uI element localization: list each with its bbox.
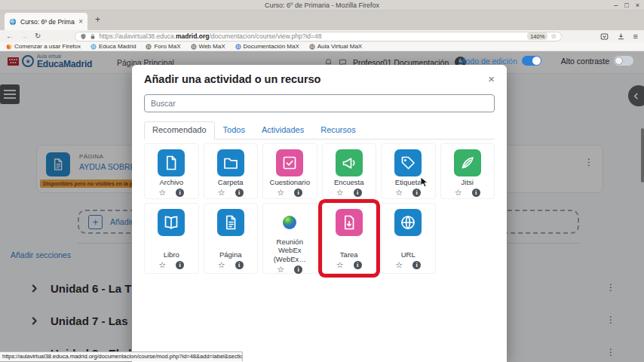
folder-icon [217, 149, 244, 176]
info-icon[interactable]: i [235, 261, 244, 269]
info-icon[interactable]: i [176, 261, 184, 269]
page-icon [217, 209, 244, 236]
megaphone-icon [336, 149, 363, 176]
module-card-reunión[interactable]: Reunión WebEx (WebEx…☆i [262, 203, 317, 274]
bookmark-item[interactable]: Web MaX [191, 43, 225, 50]
jitsi-icon [454, 149, 481, 176]
module-card-url[interactable]: URL☆i [381, 203, 436, 274]
favourite-star-icon[interactable]: ☆ [218, 261, 225, 269]
bookmark-item[interactable]: Comenzar a usar Firefox [6, 43, 81, 50]
zoom-level-badge[interactable]: 140% [527, 32, 547, 40]
module-grid-row2: Libro☆iPágina☆iReunión WebEx (WebEx…☆iTa… [144, 203, 495, 274]
tab-close-icon[interactable]: × [78, 17, 83, 26]
globe-small-icon [309, 44, 315, 50]
module-card-carpeta[interactable]: Carpeta☆i [204, 143, 259, 199]
modal-tab-recursos[interactable]: Recursos [312, 121, 363, 140]
favourite-star-icon[interactable]: ☆ [158, 261, 166, 269]
bookmark-label: Foro MaX [154, 43, 180, 50]
info-icon[interactable]: i [294, 189, 302, 197]
bookmark-item[interactable]: Documentación MaX [235, 43, 299, 50]
back-icon[interactable]: ← [6, 30, 14, 42]
window-titlebar: Curso: 6º de Primaria - Mozilla Firefox … [0, 0, 644, 11]
bookmark-label: Web MaX [199, 43, 225, 50]
info-icon[interactable]: i [354, 261, 362, 269]
favourite-star-icon[interactable]: ☆ [455, 189, 462, 197]
favourite-star-icon[interactable]: ☆ [277, 265, 284, 274]
modal-tab-recomendado[interactable]: Recomendado [144, 121, 215, 140]
pocket-icon[interactable] [600, 32, 609, 41]
globe-small-icon [235, 44, 241, 50]
firefox-window: Curso: 6º de Primaria - Mozilla Firefox … [0, 0, 644, 362]
module-card-libro[interactable]: Libro☆i [144, 203, 199, 274]
modal-header: Añadir una actividad o un recurso × [132, 65, 507, 88]
modal-close-icon[interactable]: × [488, 73, 495, 84]
modal-tab-actividades[interactable]: Actividades [253, 121, 312, 140]
page-content: ★ Aula virtual EducaMadrid Página Princi… [0, 51, 644, 362]
shield-icon[interactable] [80, 33, 87, 40]
assignment-icon [336, 209, 363, 236]
favourite-star-icon[interactable]: ☆ [336, 189, 344, 197]
new-tab-button[interactable]: + [95, 14, 100, 25]
bookmark-star-icon[interactable]: ☆ [550, 32, 557, 40]
contrast-toggle-group: Alto contraste [561, 56, 633, 66]
url-text: https://aulavirtual38.educa.madrid.org/d… [99, 32, 524, 40]
lock-icon[interactable] [90, 33, 96, 40]
module-card-encuesta[interactable]: Encuesta☆i [322, 143, 377, 199]
modal-tabs: RecomendadoTodosActividadesRecursos [144, 121, 495, 140]
module-label: URL [400, 249, 416, 259]
browser-tab[interactable]: Curso: 6º de Primaria × [5, 13, 87, 30]
favourite-star-icon[interactable]: ☆ [395, 189, 403, 197]
bookmark-item[interactable]: Aula Virtual MaX [309, 43, 362, 50]
bookmark-label: Aula Virtual MaX [317, 43, 362, 50]
bookmark-item[interactable]: Foro MaX [146, 43, 180, 50]
minimize-icon[interactable]: – [614, 0, 618, 11]
search-input[interactable] [144, 94, 495, 112]
info-icon[interactable]: i [354, 189, 362, 197]
info-icon[interactable]: i [176, 189, 184, 197]
forward-icon[interactable]: → [20, 30, 28, 42]
bookmark-label: Documentación MaX [244, 43, 299, 50]
tab-bar: Curso: 6º de Primaria × + [0, 11, 644, 30]
module-label: Etiqueta [394, 176, 422, 186]
modal-tab-todos[interactable]: Todos [215, 121, 253, 140]
favourite-star-icon[interactable]: ☆ [277, 189, 284, 197]
add-activity-modal: Añadir una actividad o un recurso × Reco… [132, 65, 507, 362]
book-icon [158, 209, 185, 236]
info-icon[interactable]: i [472, 189, 480, 197]
menu-icon[interactable]: ≡ [633, 32, 638, 41]
module-label: Archivo [158, 176, 184, 186]
bookmark-label: Educa Madrid [99, 43, 136, 50]
module-card-página[interactable]: Página☆i [204, 203, 259, 274]
module-label: Encuesta [333, 176, 365, 186]
favourite-star-icon[interactable]: ☆ [158, 189, 166, 197]
info-icon[interactable]: i [412, 261, 421, 269]
module-card-archivo[interactable]: Archivo☆i [144, 143, 199, 199]
url-input[interactable]: https://aulavirtual38.educa.madrid.org/d… [75, 32, 562, 41]
reload-icon[interactable]: ↻ [35, 30, 41, 42]
webex-icon [276, 209, 303, 236]
close-icon[interactable]: × [636, 0, 639, 11]
favourite-star-icon[interactable]: ☆ [336, 261, 344, 269]
info-icon[interactable]: i [412, 189, 421, 197]
maximize-icon[interactable]: □ [624, 0, 628, 11]
downloads-icon[interactable] [617, 32, 625, 41]
favourite-star-icon[interactable]: ☆ [395, 261, 403, 269]
module-card-jitsi[interactable]: Jitsi☆i [440, 143, 495, 199]
contrast-switch[interactable] [614, 56, 633, 66]
info-icon[interactable]: i [294, 265, 302, 274]
module-card-etiqueta[interactable]: Etiqueta☆i [381, 143, 436, 199]
bookmark-item[interactable]: Educa Madrid [90, 43, 136, 50]
module-label: Página [219, 249, 243, 259]
url-toolbar: ← → ↻ https://aulavirtual38.educa.madrid… [0, 30, 644, 42]
module-card-tarea[interactable]: Tarea☆i [322, 203, 377, 274]
favourite-star-icon[interactable]: ☆ [218, 189, 225, 197]
globe-small-icon [146, 44, 152, 50]
module-card-cuestionario[interactable]: Cuestionario☆i [262, 143, 317, 199]
info-icon[interactable]: i [235, 189, 244, 197]
bookmarks-bar: Comenzar a usar FirefoxEduca MadridForo … [0, 42, 644, 51]
window-title: Curso: 6º de Primaria - Mozilla Firefox [265, 2, 379, 9]
module-label: Libro [163, 249, 180, 259]
edit-mode-switch[interactable] [522, 56, 541, 66]
tab-title: Curso: 6º de Primaria [20, 18, 75, 26]
toolbar-right: ≡ [600, 32, 638, 41]
